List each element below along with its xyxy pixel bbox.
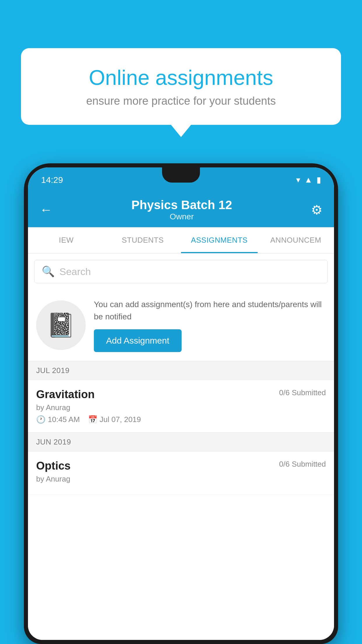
speech-bubble-title: Online assignments bbox=[41, 66, 321, 90]
status-time: 14:29 bbox=[41, 175, 63, 185]
section-header-jun: JUN 2019 bbox=[28, 433, 334, 452]
notebook-icon: 📓 bbox=[46, 312, 75, 339]
header-center: Physics Batch 12 Owner bbox=[131, 198, 232, 221]
tabs-bar: IEW STUDENTS ASSIGNMENTS ANNOUNCEM bbox=[28, 227, 334, 253]
assignment-name-optics: Optics bbox=[36, 460, 71, 472]
tab-announcements[interactable]: ANNOUNCEM bbox=[258, 227, 334, 253]
add-assignment-button[interactable]: Add Assignment bbox=[94, 329, 182, 352]
signal-icon: ▲ bbox=[304, 175, 312, 185]
assignment-name: Gravitation bbox=[36, 388, 95, 401]
promo-section: 📓 You can add assignment(s) from here an… bbox=[28, 290, 334, 361]
assignment-row-top-optics: Optics 0/6 Submitted bbox=[36, 460, 326, 472]
header-title: Physics Batch 12 bbox=[131, 198, 232, 212]
assignment-item-gravitation[interactable]: Gravitation 0/6 Submitted by Anurag 🕐 10… bbox=[28, 380, 334, 433]
assignment-row-top: Gravitation 0/6 Submitted bbox=[36, 388, 326, 401]
promo-description: You can add assignment(s) from here and … bbox=[94, 298, 326, 323]
search-placeholder: Search bbox=[59, 266, 91, 277]
assignment-by-optics: by Anurag bbox=[36, 475, 326, 484]
search-bar-wrapper: 🔍 Search bbox=[28, 253, 334, 290]
wifi-icon: ▾ bbox=[296, 175, 300, 185]
assignment-by: by Anurag bbox=[36, 403, 326, 412]
assignment-submitted-optics: 0/6 Submitted bbox=[279, 460, 326, 469]
speech-bubble-subtitle: ensure more practice for your students bbox=[41, 95, 321, 107]
assignment-date: Jul 07, 2019 bbox=[100, 415, 141, 424]
status-bar: 14:29 ▾ ▲ ▮ bbox=[28, 167, 334, 192]
assignment-submitted: 0/6 Submitted bbox=[279, 388, 326, 397]
app-header: ← Physics Batch 12 Owner ⚙ bbox=[28, 192, 334, 227]
meta-time: 🕐 10:45 AM bbox=[36, 415, 80, 424]
speech-bubble-container: Online assignments ensure more practice … bbox=[21, 48, 341, 125]
tab-iew[interactable]: IEW bbox=[28, 227, 105, 253]
content-area: 🔍 Search 📓 You can add assignment(s) fro… bbox=[28, 253, 334, 640]
meta-date: 📅 Jul 07, 2019 bbox=[88, 415, 141, 424]
battery-icon: ▮ bbox=[317, 175, 321, 185]
header-subtitle: Owner bbox=[131, 212, 232, 221]
search-icon: 🔍 bbox=[42, 265, 55, 278]
clock-icon: 🕐 bbox=[36, 415, 45, 424]
assignment-meta: 🕐 10:45 AM 📅 Jul 07, 2019 bbox=[36, 415, 326, 424]
phone-mockup: 14:29 ▾ ▲ ▮ ← Physics Batch 12 Owner ⚙ I… bbox=[24, 163, 338, 644]
status-icons: ▾ ▲ ▮ bbox=[296, 175, 321, 185]
section-header-jul: JUL 2019 bbox=[28, 361, 334, 380]
search-bar[interactable]: 🔍 Search bbox=[34, 260, 328, 283]
assignment-time: 10:45 AM bbox=[48, 415, 80, 424]
speech-bubble: Online assignments ensure more practice … bbox=[21, 48, 341, 125]
assignment-item-optics[interactable]: Optics 0/6 Submitted by Anurag bbox=[28, 452, 334, 495]
promo-icon-circle: 📓 bbox=[36, 300, 86, 350]
tab-assignments[interactable]: ASSIGNMENTS bbox=[181, 227, 258, 253]
tab-students[interactable]: STUDENTS bbox=[105, 227, 181, 253]
promo-text-area: You can add assignment(s) from here and … bbox=[94, 298, 326, 352]
phone-screen: 14:29 ▾ ▲ ▮ ← Physics Batch 12 Owner ⚙ I… bbox=[28, 167, 334, 640]
back-button[interactable]: ← bbox=[40, 202, 52, 217]
settings-button[interactable]: ⚙ bbox=[311, 202, 322, 217]
calendar-icon: 📅 bbox=[88, 415, 97, 424]
